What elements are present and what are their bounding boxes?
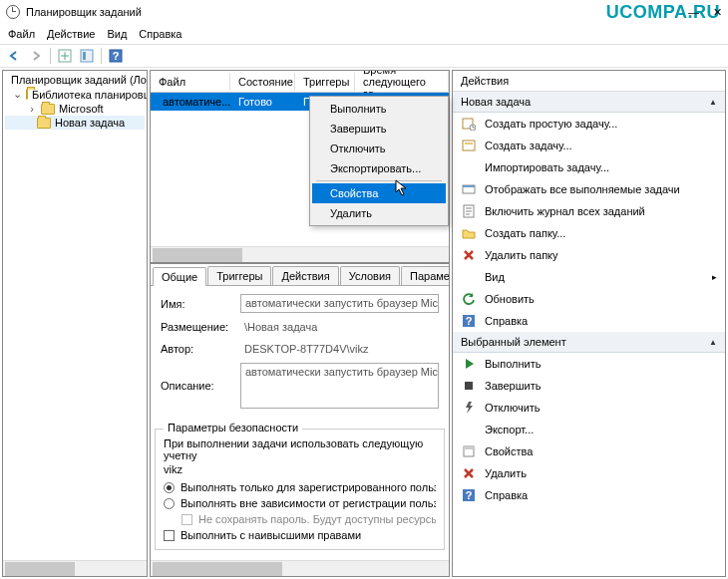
svg-text:?: ?	[466, 489, 473, 501]
collapse-icon[interactable]: ⌄	[13, 88, 22, 101]
task-file: автоматиче...	[163, 96, 230, 108]
author-value: DESKTOP-8T77D4V\vikz	[240, 341, 439, 357]
minimize-icon[interactable]: —	[688, 6, 699, 19]
props-icon	[461, 443, 477, 459]
action-создать-папку-[interactable]: Создать папку...	[453, 222, 725, 244]
blank-icon	[461, 422, 477, 437]
menu-help[interactable]: Справка	[139, 28, 182, 40]
tree-library[interactable]: ⌄ Библиотека планировщ	[5, 87, 145, 102]
menubar: Файл Действие Вид Справка	[0, 24, 728, 44]
action-label: Справка	[485, 315, 528, 327]
section-selected[interactable]: Выбранный элемент▲	[453, 332, 725, 353]
scrollbar-thumb[interactable]	[153, 248, 242, 262]
action-обновить[interactable]: Обновить	[453, 288, 725, 310]
close-icon[interactable]: ✕	[713, 6, 722, 19]
svg-rect-10	[463, 185, 475, 187]
action-справка[interactable]: ?Справка	[453, 310, 725, 332]
blank-icon	[461, 159, 477, 175]
play-icon	[461, 356, 477, 372]
cursor-icon	[395, 179, 411, 197]
action-label: Свойства	[485, 445, 533, 457]
action-выполнить[interactable]: Выполнить	[453, 353, 725, 375]
action-отключить[interactable]: Отключить	[453, 397, 725, 419]
tab-params[interactable]: Параметры	[401, 266, 449, 285]
folder-icon	[37, 118, 51, 129]
col-file[interactable]: Файл	[151, 73, 230, 91]
toolbar-btn-1[interactable]	[55, 46, 75, 66]
action-импортировать-задачу-[interactable]: Импортировать задачу...	[453, 156, 725, 178]
app-icon	[6, 5, 20, 19]
action-label: Справка	[485, 489, 528, 501]
action-создать-задачу-[interactable]: Создать задачу...	[453, 135, 725, 156]
scrollbar-thumb[interactable]	[5, 562, 75, 576]
description-field[interactable]: автоматически запустить браузер Mic	[240, 363, 439, 409]
action-label: Вид	[485, 271, 505, 283]
action-вид[interactable]: Вид▸	[453, 266, 725, 288]
ctx-run[interactable]: Выполнить	[312, 99, 446, 119]
action-свойства[interactable]: Свойства	[453, 440, 725, 462]
ctx-disable[interactable]: Отключить	[312, 139, 446, 158]
action-включить-журнал-всех-заданий[interactable]: Включить журнал всех заданий	[453, 200, 725, 222]
toolbar: ?	[0, 44, 728, 68]
expand-icon[interactable]: ›	[27, 103, 37, 115]
ctx-end[interactable]: Завершить	[312, 119, 446, 139]
author-label: Автор:	[161, 343, 240, 355]
tree-ms-label: Microsoft	[59, 103, 104, 115]
action-label: Создать простую задачу...	[485, 118, 617, 130]
action-создать-простую-задачу-[interactable]: Создать простую задачу...	[453, 113, 725, 135]
ctx-properties[interactable]: Свойства	[312, 183, 446, 203]
radio-any[interactable]: Выполнять вне зависимости от регистрации…	[164, 497, 436, 509]
tree-new-task[interactable]: Новая задача	[5, 116, 145, 130]
description-label: Описание:	[161, 380, 240, 392]
radio-label: Выполнять вне зависимости от регистрации…	[181, 497, 436, 509]
security-text: При выполнении задачи использовать следу…	[164, 437, 436, 461]
action-отображать-все-выполняемые-задачи[interactable]: Отображать все выполняемые задачи	[453, 178, 725, 200]
check-highest-priv[interactable]: Выполнить с наивысшими правами	[164, 529, 436, 541]
collapse-icon[interactable]: ▲	[709, 98, 717, 107]
action-справка[interactable]: ?Справка	[453, 484, 725, 506]
task-icon	[461, 116, 477, 132]
action-label: Создать папку...	[485, 227, 565, 239]
tree-root[interactable]: Планировщик заданий (Лок	[5, 73, 145, 87]
actions-title: Действия	[453, 71, 725, 92]
menu-file[interactable]: Файл	[8, 28, 35, 40]
tab-actions[interactable]: Действия	[272, 266, 338, 285]
show-icon	[461, 181, 477, 197]
tab-conditions[interactable]: Условия	[340, 266, 400, 285]
off-icon	[461, 400, 477, 416]
folder-icon	[41, 104, 55, 115]
back-button[interactable]	[4, 46, 24, 66]
ctx-delete[interactable]: Удалить	[312, 203, 446, 223]
tab-triggers[interactable]: Триггеры	[207, 266, 271, 285]
action-label: Обновить	[485, 293, 535, 305]
action-удалить-папку[interactable]: Удалить папку	[453, 244, 725, 266]
action-завершить[interactable]: Завершить	[453, 375, 725, 397]
action-удалить[interactable]: Удалить	[453, 462, 725, 484]
toolbar-help[interactable]: ?	[106, 46, 126, 66]
delx-icon	[461, 465, 477, 481]
tab-general[interactable]: Общие	[153, 267, 206, 286]
section-new-task[interactable]: Новая задача▲	[453, 92, 725, 113]
tree-microsoft[interactable]: › Microsoft	[5, 102, 145, 116]
col-triggers[interactable]: Триггеры	[295, 73, 355, 91]
action-label: Удалить	[485, 467, 527, 479]
action-label: Отображать все выполняемые задачи	[485, 183, 680, 195]
task-state: Готово	[230, 95, 295, 109]
menu-view[interactable]: Вид	[107, 28, 127, 40]
forward-button[interactable]	[26, 46, 46, 66]
action-экспорт-[interactable]: Экспорт...	[453, 419, 725, 440]
col-state[interactable]: Состояние	[230, 73, 295, 91]
radio-logged-on[interactable]: Выполнять только для зарегистрированного…	[164, 481, 436, 493]
toolbar-btn-2[interactable]	[77, 46, 97, 66]
collapse-icon[interactable]: ▲	[709, 338, 717, 347]
name-field[interactable]: автоматически запустить браузер Mic	[240, 294, 439, 313]
check-label: Не сохранять пароль. Будут доступны ресу…	[198, 513, 436, 525]
help-icon: ?	[461, 313, 477, 329]
action-label: Выполнить	[485, 358, 541, 370]
scrollbar-thumb[interactable]	[153, 562, 282, 576]
tree-pane: Планировщик заданий (Лок ⌄ Библиотека пл…	[2, 70, 148, 577]
log-icon	[461, 203, 477, 219]
menu-action[interactable]: Действие	[47, 28, 95, 40]
svg-rect-16	[464, 446, 474, 449]
ctx-export[interactable]: Экспортировать...	[312, 158, 446, 178]
